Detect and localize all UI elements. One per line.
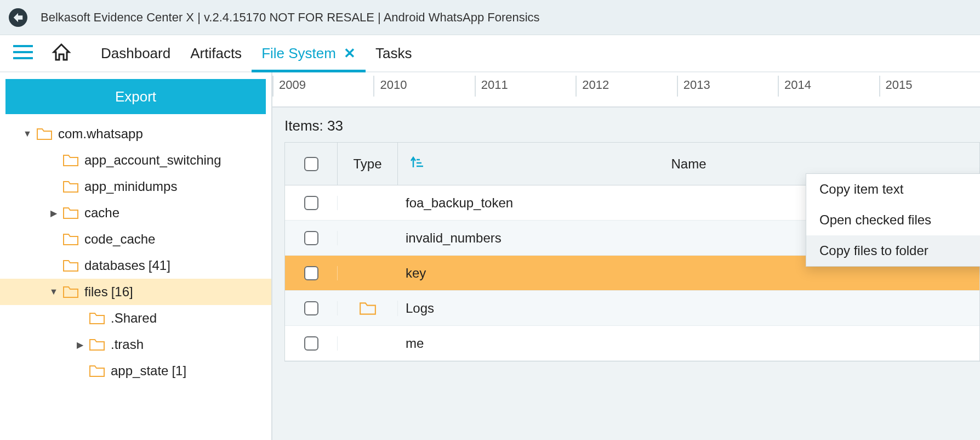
header-checkbox[interactable] [285, 143, 338, 185]
tab-tasks[interactable]: Tasks [366, 35, 421, 71]
folder-icon [62, 153, 79, 167]
folder-icon [62, 232, 79, 246]
app-title: Belkasoft Evidence Center X | v.2.4.1517… [41, 10, 540, 25]
timeline-year[interactable]: 2009 [272, 76, 373, 97]
header-type-label: Type [353, 156, 381, 172]
tree-item-label: app_account_switching [84, 153, 221, 168]
header-type[interactable]: Type [338, 143, 398, 185]
tree-item-count: [41] [149, 258, 170, 273]
tree-item-label: com.whatsapp [58, 126, 143, 142]
folder-icon [62, 285, 79, 299]
folder-icon [89, 337, 105, 352]
tree-item[interactable]: ▶cache [0, 200, 271, 226]
tree-item[interactable]: ▶app_state [1] [0, 358, 271, 384]
folder-icon [62, 179, 79, 194]
timeline-year[interactable]: 2010 [373, 76, 474, 97]
tree-item-label: app_state [111, 363, 168, 379]
folder-icon [62, 206, 79, 220]
tree-item-label: app_minidumps [84, 179, 177, 194]
items-area: Items: 33 Type Name foa_backup_tokeninva… [272, 108, 980, 440]
close-tab-icon[interactable]: ✕ [344, 45, 356, 62]
chevron-right-icon[interactable]: ▶ [48, 208, 59, 218]
titlebar: Belkasoft Evidence Center X | v.2.4.1517… [0, 0, 980, 35]
chevron-down-icon[interactable]: ▼ [22, 129, 33, 139]
tree-item[interactable]: ▶app_account_switching [0, 147, 271, 173]
tree-item[interactable]: ▶databases [41] [0, 252, 271, 279]
tab-artifacts[interactable]: Artifacts [180, 35, 252, 71]
folder-icon [62, 258, 79, 273]
home-icon[interactable] [50, 41, 72, 66]
tab-label: File System [261, 45, 336, 62]
tree-item-label: databases [84, 258, 145, 273]
tree-item-label: code_cache [84, 232, 155, 247]
timeline[interactable]: 2009201020112012201320142015 [272, 72, 980, 108]
tab-dashboard[interactable]: Dashboard [91, 35, 180, 71]
table-row[interactable]: me [285, 326, 979, 361]
hamburger-icon[interactable] [12, 44, 34, 63]
folder-icon [89, 364, 105, 378]
tab-label: Artifacts [190, 45, 242, 62]
items-count: Items: 33 [284, 117, 980, 134]
tree-item[interactable]: ▶.trash [0, 331, 271, 358]
tree-item-label: .Shared [111, 311, 157, 326]
tree-item-count: [16] [111, 284, 133, 300]
timeline-year[interactable]: 2014 [778, 76, 879, 97]
file-tree: ▼com.whatsapp▶app_account_switching▶app_… [0, 120, 271, 384]
timeline-year[interactable]: 2015 [879, 76, 980, 97]
tab-filesystem[interactable]: File System ✕ [252, 35, 366, 71]
context-menu-item[interactable]: Copy item text [806, 174, 980, 205]
tab-label: Dashboard [101, 45, 170, 62]
tree-item[interactable]: ▼files [16] [0, 279, 271, 305]
tree-item[interactable]: ▼com.whatsapp [0, 121, 271, 147]
row-checkbox[interactable] [285, 231, 338, 245]
folder-icon [36, 127, 53, 141]
row-name: Logs [398, 301, 979, 316]
timeline-year[interactable]: 2013 [677, 76, 778, 97]
context-menu-item[interactable]: Open checked files [806, 205, 980, 235]
row-checkbox[interactable] [285, 266, 338, 280]
row-type [338, 301, 398, 316]
tab-label: Tasks [375, 45, 412, 62]
context-menu: Copy item textOpen checked filesCopy fil… [806, 173, 980, 267]
tree-item-label: files [84, 284, 108, 300]
row-checkbox[interactable] [285, 196, 338, 210]
tree-item-count: [1] [172, 363, 186, 379]
table-row[interactable]: Logs [285, 291, 979, 326]
chevron-down-icon[interactable]: ▼ [48, 287, 59, 297]
app-logo-icon [9, 8, 27, 27]
sort-asc-icon[interactable] [410, 155, 424, 173]
row-name: me [398, 336, 979, 351]
export-label: Export [115, 88, 156, 105]
tree-item[interactable]: ▶code_cache [0, 226, 271, 252]
row-checkbox[interactable] [285, 336, 338, 351]
timeline-year[interactable]: 2012 [576, 76, 676, 97]
context-menu-item[interactable]: Copy files to folder [806, 235, 980, 266]
folder-icon [89, 311, 105, 325]
tree-item-label: cache [84, 205, 119, 221]
tree-item[interactable]: ▶.Shared [0, 305, 271, 331]
sidebar: Export ▼com.whatsapp▶app_account_switchi… [0, 72, 271, 440]
header-name-label: Name [671, 156, 706, 172]
tree-item-label: .trash [111, 337, 144, 352]
tree-item[interactable]: ▶app_minidumps [0, 173, 271, 200]
row-name: key [398, 266, 979, 281]
export-button[interactable]: Export [5, 79, 266, 114]
row-checkbox[interactable] [285, 301, 338, 315]
main-panel: 2009201020112012201320142015 Items: 33 T… [271, 72, 980, 440]
tabbar: Dashboard Artifacts File System ✕ Tasks [0, 35, 980, 72]
chevron-right-icon[interactable]: ▶ [75, 340, 86, 350]
timeline-year[interactable]: 2011 [475, 76, 576, 97]
